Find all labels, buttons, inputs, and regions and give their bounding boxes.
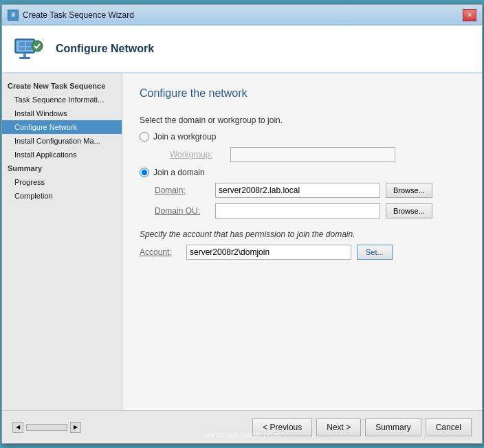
footer-buttons: < Previous Next > Summary Cancel [252,418,472,436]
svg-rect-2 [19,42,25,46]
previous-button[interactable]: < Previous [252,418,312,436]
workgroup-input[interactable] [230,147,395,162]
svg-point-8 [32,41,43,52]
domain-browse-button[interactable]: Browse... [386,183,432,198]
join-domain-group: Join a domain Domain: Browse... Domain O… [140,168,465,219]
scroll-left-button[interactable]: ◀ [12,422,23,433]
next-button[interactable]: Next > [316,418,361,436]
wizard-window: 🖥 Create Task Sequence Wizard ✕ Configur… [1,4,483,444]
sidebar-item-install-config-mgr[interactable]: Install Configuration Ma... [2,134,122,148]
close-button[interactable]: ✕ [463,9,476,21]
sidebar-item-configure-network[interactable]: Configure Network [2,120,122,134]
svg-rect-7 [19,57,30,59]
permission-text: Specify the account that has permission … [140,229,465,239]
sidebar-item-install-windows[interactable]: Install Windows [2,107,122,120]
domain-ou-label: Domain OU: [155,206,210,216]
domain-input[interactable] [215,183,380,198]
workgroup-label: Workgroup: [170,150,225,159]
header-title: Configure Network [56,43,154,55]
summary-button[interactable]: Summary [365,418,421,436]
join-workgroup-label: Join a workgroup [153,132,216,142]
window-title: Create Task Sequence Wizard [23,10,134,20]
cancel-button[interactable]: Cancel [426,418,472,436]
domain-ou-browse-button[interactable]: Browse... [386,203,432,219]
set-button[interactable]: Set... [357,245,393,260]
window-icon: 🖥 [8,10,19,21]
sidebar-item-completion[interactable]: Completion [2,189,122,203]
join-workgroup-group: Join a workgroup Workgroup: [140,132,465,162]
sidebar-item-task-seq-info[interactable]: Task Sequence Informati... [2,93,122,107]
page-title: Configure the network [140,87,465,105]
content-area: Create New Task Sequence Task Sequence I… [2,74,482,410]
join-domain-label: Join a domain [153,168,205,177]
sidebar-item-progress[interactable]: Progress [2,175,122,189]
domain-ou-input[interactable] [215,203,380,219]
scroll-right-button[interactable]: ▶ [70,422,81,433]
scrollbar-area: ◀ ▶ [12,422,81,433]
account-label: Account: [140,247,181,257]
svg-rect-6 [23,53,26,57]
sidebar-item-install-apps[interactable]: Install Applications [2,148,122,161]
sidebar-item-create-new[interactable]: Create New Task Sequence [2,79,122,93]
domain-field-label: Domain: [155,186,210,195]
svg-rect-3 [26,42,32,46]
main-content: Configure the network Select the domain … [122,74,482,410]
scroll-track [26,424,67,431]
header-icon [12,32,45,65]
account-section: Specify the account that has permission … [140,229,465,260]
join-workgroup-radio[interactable] [140,132,149,142]
svg-rect-4 [19,47,25,50]
header-section: Configure Network [2,25,482,74]
account-input[interactable] [186,245,351,260]
sidebar: Create New Task Sequence Task Sequence I… [2,74,122,410]
select-domain-label: Select the domain or workgroup to join. [140,115,465,125]
title-bar: 🖥 Create Task Sequence Wizard ✕ [2,5,482,25]
join-domain-radio[interactable] [140,168,149,177]
footer: ◀ ▶ < Previous Next > Summary Cancel [2,410,482,443]
sidebar-item-summary[interactable]: Summary [2,161,122,175]
svg-rect-5 [26,47,32,50]
